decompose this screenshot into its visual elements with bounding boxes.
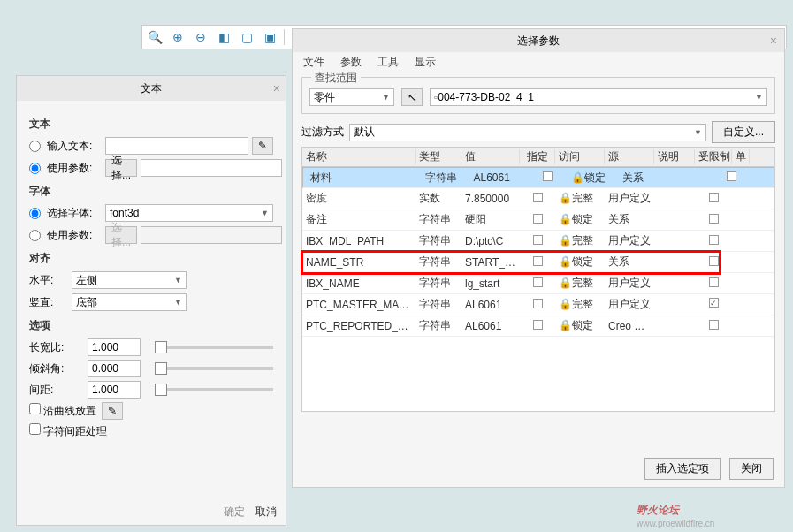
zoom-in-icon[interactable]: ⊕ — [169, 28, 187, 46]
param-display-field[interactable] — [141, 159, 282, 177]
table-row[interactable]: PTC_MASTER_MATERIAL字符串AL6061🔒完整用户定义 — [302, 294, 774, 315]
scope-type-select[interactable]: 零件▼ — [309, 88, 394, 106]
aspect-label: 长宽比: — [29, 340, 82, 355]
param-menubar: 文件 参数 工具 显示 — [293, 52, 784, 72]
table-row[interactable]: IBX_MDL_PATH字符串D:\ptc\C🔒完整用户定义 — [302, 231, 774, 252]
lock-icon: 🔒 — [559, 319, 572, 331]
text-dialog: 文本 × 文本 输入文本: ✎ 使用参数: 选择... 字体 选择字体: fon… — [16, 75, 286, 526]
scope-path-select[interactable]: ▫ 004-773-DB-02_4_1▼ — [430, 88, 767, 106]
menu-param[interactable]: 参数 — [340, 55, 362, 70]
spacing-slider[interactable] — [155, 388, 273, 391]
angle-slider[interactable] — [155, 367, 273, 370]
chevron-down-icon: ▼ — [174, 298, 182, 307]
table-row[interactable]: 备注字符串硬阳🔒锁定关系 — [302, 209, 774, 231]
char-space-check[interactable]: 字符间距处理 — [29, 423, 107, 439]
param-dialog-title: 选择参数 — [517, 34, 560, 49]
param-dialog: 选择参数 × 文件 参数 工具 显示 查找范围 零件▼ ↖ ▫ 004-773-… — [292, 28, 785, 488]
param-dialog-titlebar: 选择参数 × — [293, 29, 784, 52]
close-button[interactable]: 关闭 — [729, 458, 774, 480]
lock-icon: 🔒 — [571, 171, 584, 184]
lock-icon: 🔒 — [559, 234, 572, 247]
font-select-param-button[interactable]: 选择... — [105, 226, 137, 244]
col-desc[interactable]: 说明 — [654, 149, 695, 164]
font-select[interactable]: font3d▼ — [105, 204, 273, 222]
custom-filter-button[interactable]: 自定义... — [712, 121, 775, 143]
menu-file[interactable]: 文件 — [303, 55, 324, 70]
lock-icon: 🔒 — [559, 298, 572, 310]
ok-button[interactable]: 确定 — [224, 505, 245, 520]
h-align-select[interactable]: 左侧▼ — [72, 271, 187, 289]
col-limited[interactable]: 受限制 — [695, 149, 732, 164]
param-table: 名称 类型 值 指定 访问 源 说明 受限制 单 材料字符串AL6061🔒锁定关… — [301, 147, 775, 412]
cancel-button[interactable]: 取消 — [255, 505, 277, 520]
font-param-field — [141, 226, 282, 244]
table-row[interactable]: NAME_STR字符串START_PA🔒锁定关系 — [302, 252, 774, 273]
table-row[interactable]: 密度实数7.850000🔒完整用户定义 — [302, 188, 774, 209]
col-name[interactable]: 名称 — [302, 149, 416, 164]
close-icon[interactable]: × — [273, 81, 280, 95]
filter-label: 过滤方式 — [301, 125, 344, 140]
section-font: 字体 — [29, 184, 273, 199]
find-scope-label: 查找范围 — [311, 71, 361, 86]
along-curve-check[interactable]: 沿曲线放置 — [29, 403, 96, 419]
watermark: 野火论坛 www.proewildfire.cn — [637, 496, 714, 528]
col-spec[interactable]: 指定 — [520, 149, 555, 164]
lock-icon: 🔒 — [559, 277, 572, 289]
fit-icon[interactable]: ◧ — [215, 28, 233, 46]
pick-icon[interactable]: ↖ — [401, 88, 423, 106]
input-text-field[interactable] — [105, 137, 248, 155]
zoom-out-icon[interactable]: ⊖ — [192, 28, 210, 46]
close-icon[interactable]: × — [770, 34, 777, 48]
angle-field[interactable] — [88, 360, 141, 377]
font-use-param-radio[interactable]: 使用参数: — [29, 228, 102, 243]
text-dialog-titlebar: 文本 × — [17, 76, 286, 101]
col-type[interactable]: 类型 — [416, 149, 461, 164]
v-align-label: 竖直: — [29, 295, 68, 310]
box2-icon[interactable]: ▣ — [261, 28, 278, 46]
col-access[interactable]: 访问 — [555, 149, 605, 164]
menu-display[interactable]: 显示 — [415, 55, 436, 70]
aspect-field[interactable] — [88, 338, 141, 356]
lock-icon: 🔒 — [559, 192, 572, 204]
select-font-radio[interactable]: 选择字体: — [29, 206, 102, 221]
table-header: 名称 类型 值 指定 访问 源 说明 受限制 单 — [302, 148, 774, 167]
search-icon[interactable]: 🔍 — [146, 28, 164, 46]
menu-tools[interactable]: 工具 — [377, 55, 399, 70]
text-dialog-title: 文本 — [141, 81, 162, 96]
angle-label: 倾斜角: — [29, 361, 82, 376]
col-source[interactable]: 源 — [605, 149, 654, 164]
section-align: 对齐 — [29, 251, 273, 266]
col-unit[interactable]: 单 — [732, 149, 750, 164]
insert-selected-button[interactable]: 插入选定项 — [644, 458, 721, 480]
toolbar-sep — [284, 29, 285, 45]
box-icon[interactable]: ▢ — [238, 28, 255, 46]
v-align-select[interactable]: 底部▼ — [72, 293, 187, 311]
chevron-down-icon: ▼ — [694, 128, 702, 137]
chevron-down-icon: ▼ — [174, 276, 182, 285]
filter-select[interactable]: 默认▼ — [349, 124, 706, 141]
find-scope-box: 查找范围 零件▼ ↖ ▫ 004-773-DB-02_4_1▼ — [301, 77, 775, 114]
spacing-label: 间距: — [29, 383, 82, 398]
col-value[interactable]: 值 — [461, 149, 520, 164]
section-text: 文本 — [29, 117, 273, 132]
chevron-down-icon: ▼ — [755, 93, 763, 102]
aspect-slider[interactable] — [155, 346, 273, 349]
input-text-radio[interactable]: 输入文本: — [29, 139, 102, 154]
select-param-button[interactable]: 选择... — [105, 159, 137, 177]
h-align-label: 水平: — [29, 273, 68, 288]
lock-icon: 🔒 — [559, 255, 572, 268]
table-row[interactable]: IBX_NAME字符串lg_start🔒完整用户定义 — [302, 273, 774, 294]
use-param-radio[interactable]: 使用参数: — [29, 161, 102, 176]
chevron-down-icon: ▼ — [261, 209, 269, 217]
lock-icon: 🔒 — [559, 213, 572, 225]
curve-pick-button[interactable]: ✎ — [102, 402, 123, 420]
table-row[interactable]: 材料字符串AL6061🔒锁定关系 — [302, 167, 774, 188]
glyph-button[interactable]: ✎ — [252, 137, 273, 155]
chevron-down-icon: ▼ — [382, 93, 390, 102]
table-row[interactable]: PTC_REPORTED_MATERIAL字符串AL6061🔒锁定Creo Pa… — [302, 315, 774, 337]
section-options: 选项 — [29, 318, 273, 333]
spacing-field[interactable] — [88, 381, 141, 399]
